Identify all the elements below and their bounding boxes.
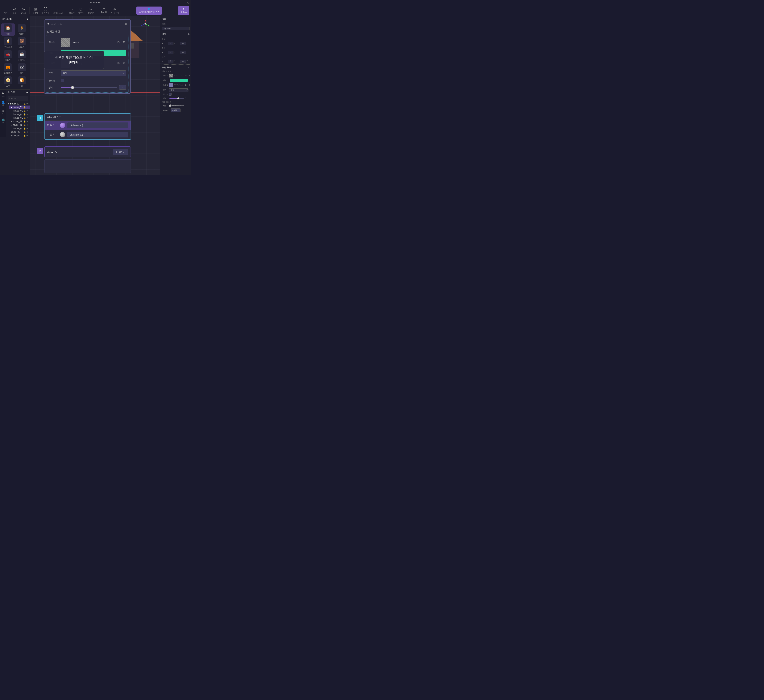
grid-snap-icon: ⋮ [56,7,59,11]
draw3d-button[interactable]: ✏ 3D 그리기 [110,6,121,15]
lib-item-halloween[interactable]: 🎃 할로윈호박 [2,63,15,75]
person-icon: 👤 [2,100,5,104]
list-item-c4[interactable]: house_01 🔒 👁 [12,127,30,130]
forward-button[interactable]: ↪ 앞으로 [19,6,28,15]
clipping-checkbox[interactable] [61,79,64,82]
search-input[interactable] [9,97,30,100]
lib-coffee-icon: ☕ [18,50,26,58]
right-color-row: 색상 [162,78,189,82]
normal-copy-button[interactable]: ⧉ [117,61,120,66]
texture-copy-button[interactable]: ⧉ [117,40,120,45]
object-name-input[interactable] [162,27,190,30]
unfold-button[interactable]: ⊞ 펼치기 [113,149,128,155]
texture-delete-button[interactable]: 🗑 [122,40,126,45]
list-item-c2[interactable]: house_01 🔒 👁 [12,113,30,116]
right-surface-header: 표면 구조 ↻ [162,65,189,70]
right-normal-copy[interactable]: ⧉ [184,83,187,87]
scale-inputs: X Y Z [160,59,191,64]
menu-button[interactable]: ☰ 메뉴 [2,6,9,15]
face-edit-button[interactable]: ▱ 면조작 [68,6,76,15]
list-item-c3[interactable]: house_01 🔒 👁 [12,116,30,120]
nav-furniture[interactable]: 🛋 가구 [0,108,6,116]
right-gloss-slider[interactable] [169,98,184,99]
properties-header: 속성 [160,16,191,22]
text3d-button[interactable]: T Text 3D [100,7,108,14]
refresh-button[interactable]: ↻ [124,22,128,26]
name-row: 이름 [160,22,191,26]
right-normal-thumb [169,83,173,87]
nav-appliance[interactable]: 📺 가전 [0,117,6,125]
right-normal-delete[interactable]: 🗑 [188,83,191,87]
list-item-c6[interactable]: house_01 🔒 👁 [9,134,30,137]
lib-item-car[interactable]: 🚗 자동차 [2,50,15,62]
list-item-house01-selected[interactable]: ▼ house_01 🔒 👁 [9,105,30,109]
auto-uv-row: Auto UV ⊞ 펼치기 [45,147,131,157]
lib-item-base[interactable]: 🏠 기본 [2,23,15,36]
gloss-value: 0 [119,85,126,90]
right-texture-row: 텍스처 ########## ⧉ 🗑 [162,73,189,78]
list-item-c5[interactable]: house_01 🔒 👁 [9,130,30,134]
lib-item-coffee[interactable]: ☕ 커피머신 [16,50,28,62]
mat-name-btn-0[interactable]: Lit(Material) [67,122,128,128]
lib-item-bear[interactable]: 🐻 곰들이 [16,36,28,49]
gloss-slider[interactable] [61,87,117,88]
mat-item-1[interactable]: 재질 1 Lit(Material) [45,130,131,139]
right-texture-thumb [169,74,173,77]
right-texture-copy[interactable]: ⧉ [184,74,187,77]
position-inputs: X Y Z [160,41,191,46]
upload-button[interactable]: ⬆ 업로드 [178,6,189,15]
right-auto-uv-row: Auto UV ⊞ 펼치기 [162,108,189,113]
list-items: ▼ house 01 🔒 👁 ▼ house_01 🔒 👁 house_01 🔒… [6,102,30,137]
list-item-grp1[interactable]: ▶ house_01 🔒 👁 [9,120,30,123]
lib-lpin-icon: 📀 [4,77,12,84]
right-clipping-checkbox[interactable] [169,93,172,96]
lib-item-lpin[interactable]: 📀 Lp 핀 [2,76,15,88]
list-item-house01-root[interactable]: ▼ house 01 🔒 👁 [6,102,30,105]
right-surface-refresh-icon[interactable]: ↻ [188,66,189,69]
right-color-swatch[interactable] [170,79,188,82]
close-button[interactable]: ✕ [187,1,189,4]
viewport[interactable]: ▼ 표면 구조 ↻ 선택된 재질 텍스처 Texture01 ⧉ 🗑 색 [30,16,160,175]
mat-name-btn-1[interactable]: Lit(Material) [67,132,128,138]
normal-delete-button[interactable]: 🗑 [122,61,126,66]
list-collapse-icon[interactable]: ◀ [26,91,28,94]
rot-x-input[interactable] [168,51,174,54]
pos-x-input[interactable] [168,42,174,45]
clipping-row: 클리핑 [48,77,127,84]
library-collapse-icon[interactable]: ◀ [26,18,28,20]
lib-item-furniture[interactable]: 🛋 가구 [16,63,28,75]
gloss-row: 광택 0 [48,84,127,91]
list-item-c1[interactable]: house_01 🔒 👁 [12,109,30,113]
lib-bread-icon: 🍞 [18,77,26,84]
face-add-button[interactable]: ⬡ 면추가 [77,6,85,15]
mat-item-0[interactable]: 재질 0 Lit(Material) [45,121,131,130]
transform-refresh-icon[interactable]: ↻ [188,33,190,36]
list-item-grp2[interactable]: ▶ house_01 🔒 👁 [9,123,30,127]
right-surface-dropdown[interactable]: 투명 [169,88,188,92]
nav-person[interactable]: 👤 스폰 [0,99,6,107]
area-snap-button[interactable]: ⛶ 영역 스냅 [41,6,51,15]
lib-item-hotrender[interactable]: 🧍 핫샌더 [16,23,28,36]
back-button[interactable]: ↩ 뒤로 [11,6,18,15]
face-cut-button[interactable]: ✂ 면찰하기 [86,6,96,15]
grid-snap-button[interactable]: ⋮ 그리드 스냅 [52,6,64,15]
transform-title: 변환 [162,33,166,36]
texture-row: 텍스처 Texture01 ⧉ 🗑 [48,36,127,48]
lib-base-icon: 🏠 [4,24,12,32]
space-button[interactable]: 🌐 스페이스 배치하러 가기 [136,6,162,15]
svg-marker-5 [145,20,146,21]
rot-y-input[interactable] [180,51,186,54]
right-texture-delete[interactable]: 🗑 [188,74,191,77]
pos-y-input[interactable] [180,42,186,45]
svg-point-10 [144,23,146,25]
right-unfold-button[interactable]: ⊞ 펼치기 [171,108,180,112]
scale-x-input[interactable] [168,60,174,63]
right-mat0-row[interactable]: 재질 0 ############ [162,104,189,108]
scale-y-input[interactable] [180,60,186,63]
nav-land[interactable]: 🏔 랜드 [0,91,6,98]
surface-dropdown[interactable]: 투명 ▼ [61,70,126,76]
space-icon: 🌐 [148,8,150,10]
lib-item-bread[interactable]: 🍞 빵 [16,76,28,88]
group-button[interactable]: ⊞ 그룹화 [31,6,39,15]
lib-item-icecream[interactable]: 🍦 아이스크림 [2,36,15,49]
